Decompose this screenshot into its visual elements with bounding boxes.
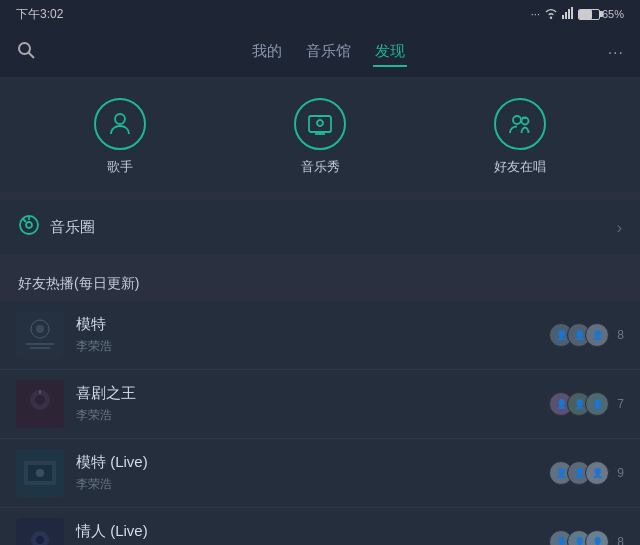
category-section: 歌手 音乐秀 xyxy=(0,78,640,192)
listener-avatar: 👤 xyxy=(585,392,609,416)
svg-point-24 xyxy=(35,395,45,405)
song-info-3: 模特 (Live) 李荣浩 xyxy=(76,453,549,493)
song-item-1[interactable]: 模特 李荣浩 👤 👤 👤 8 xyxy=(0,301,640,370)
status-time: 下午3:02 xyxy=(16,6,63,23)
music-circle-label: 音乐圈 xyxy=(50,218,617,237)
song-artist-2: 李荣浩 xyxy=(76,407,549,424)
song-info-1: 模特 李荣浩 xyxy=(76,315,549,355)
listener-avatar: 👤 xyxy=(585,323,609,347)
listener-count-1: 8 xyxy=(617,328,624,342)
svg-point-4 xyxy=(19,43,30,54)
song-listeners-3: 👤 👤 👤 9 xyxy=(549,461,624,485)
main-content: 歌手 音乐秀 xyxy=(0,78,640,545)
svg-rect-21 xyxy=(30,347,50,349)
song-item-4[interactable]: 情人 (Live) 古巨基 👤 👤 👤 8 xyxy=(0,508,640,545)
listener-avatar: 👤 xyxy=(585,530,609,545)
signal-icon: ··· xyxy=(531,8,540,20)
listener-avatars-4: 👤 👤 👤 xyxy=(549,530,609,545)
status-icons: ··· 65% xyxy=(531,7,624,21)
music-circle-row[interactable]: 音乐圈 › xyxy=(0,200,640,255)
svg-rect-7 xyxy=(309,116,331,132)
battery-percent: 65% xyxy=(602,8,624,20)
song-title-3: 模特 (Live) xyxy=(76,453,549,472)
friends-singing-label: 好友在唱 xyxy=(494,158,546,176)
svg-line-5 xyxy=(29,53,35,59)
category-music-show[interactable]: 音乐秀 xyxy=(294,98,346,176)
svg-rect-2 xyxy=(568,9,570,19)
song-cover-2 xyxy=(16,380,64,428)
svg-rect-20 xyxy=(26,343,54,345)
song-list: 模特 李荣浩 👤 👤 👤 8 xyxy=(0,301,640,545)
wifi-icon xyxy=(544,7,558,21)
svg-rect-17 xyxy=(16,311,64,359)
nav-tabs: 我的 音乐馆 发现 xyxy=(50,38,608,67)
svg-rect-1 xyxy=(565,12,567,19)
music-show-icon xyxy=(294,98,346,150)
hot-section-title: 好友热播(每日更新) xyxy=(0,263,640,301)
battery-indicator: 65% xyxy=(578,8,624,20)
search-button[interactable] xyxy=(16,40,36,65)
song-item-3[interactable]: 模特 (Live) 李荣浩 👤 👤 👤 9 xyxy=(0,439,640,508)
song-cover-1 xyxy=(16,311,64,359)
song-cover-3 xyxy=(16,449,64,497)
status-bar: 下午3:02 ··· 65% xyxy=(0,0,640,28)
music-show-label: 音乐秀 xyxy=(301,158,340,176)
nav-tab-discover[interactable]: 发现 xyxy=(373,38,407,67)
listener-avatars-1: 👤 👤 👤 xyxy=(549,323,609,347)
listener-avatars-3: 👤 👤 👤 xyxy=(549,461,609,485)
listener-avatar: 👤 xyxy=(585,461,609,485)
svg-point-19 xyxy=(36,325,44,333)
song-info-4: 情人 (Live) 古巨基 xyxy=(76,522,549,545)
svg-rect-3 xyxy=(571,7,573,19)
song-cover-4 xyxy=(16,518,64,545)
song-listeners-4: 👤 👤 👤 8 xyxy=(549,530,624,545)
song-artist-1: 李荣浩 xyxy=(76,338,549,355)
song-title-1: 模特 xyxy=(76,315,549,334)
category-singer[interactable]: 歌手 xyxy=(94,98,146,176)
svg-rect-0 xyxy=(562,15,564,19)
singer-label: 歌手 xyxy=(107,158,133,176)
listener-count-4: 8 xyxy=(617,535,624,545)
song-listeners-1: 👤 👤 👤 8 xyxy=(549,323,624,347)
top-nav: 我的 音乐馆 发现 ··· xyxy=(0,28,640,78)
song-title-2: 喜剧之王 xyxy=(76,384,549,403)
svg-point-29 xyxy=(36,469,44,477)
category-friends-singing[interactable]: 好友在唱 xyxy=(494,98,546,176)
svg-point-11 xyxy=(513,116,521,124)
song-listeners-2: 👤 👤 👤 7 xyxy=(549,392,624,416)
listener-count-3: 9 xyxy=(617,466,624,480)
svg-line-16 xyxy=(23,219,26,222)
svg-point-6 xyxy=(115,114,125,124)
song-info-2: 喜剧之王 李荣浩 xyxy=(76,384,549,424)
music-circle-icon xyxy=(18,214,40,241)
svg-point-14 xyxy=(26,222,32,228)
signal-strength-icon xyxy=(562,7,574,21)
listener-count-2: 7 xyxy=(617,397,624,411)
friends-singing-icon xyxy=(494,98,546,150)
svg-point-10 xyxy=(317,120,323,126)
chevron-right-icon: › xyxy=(617,219,622,237)
song-item-2[interactable]: 喜剧之王 李荣浩 👤 👤 👤 7 xyxy=(0,370,640,439)
singer-icon xyxy=(94,98,146,150)
nav-tab-mine[interactable]: 我的 xyxy=(250,38,284,67)
nav-tab-library[interactable]: 音乐馆 xyxy=(304,38,353,67)
svg-point-32 xyxy=(36,536,44,544)
more-button[interactable]: ··· xyxy=(608,44,624,62)
listener-avatars-2: 👤 👤 👤 xyxy=(549,392,609,416)
song-artist-3: 李荣浩 xyxy=(76,476,549,493)
song-title-4: 情人 (Live) xyxy=(76,522,549,541)
